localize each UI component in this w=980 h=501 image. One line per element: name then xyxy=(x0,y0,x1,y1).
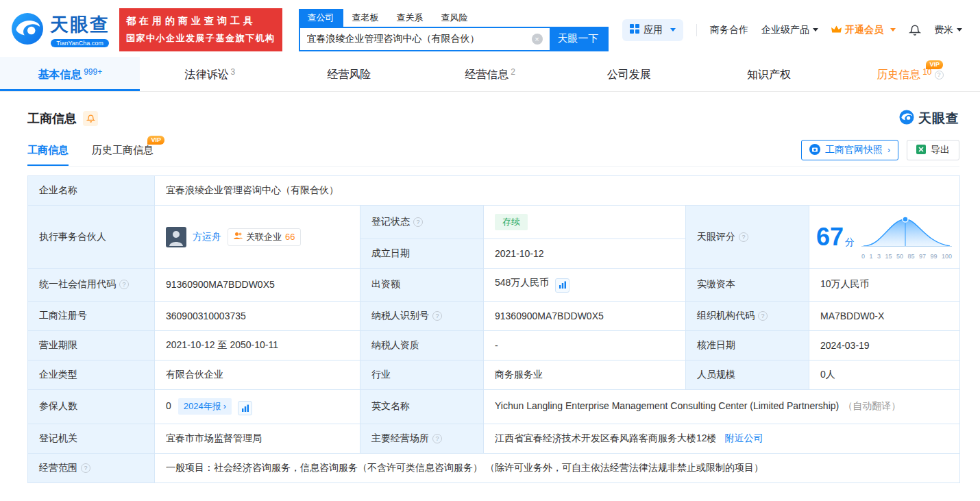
field-value-establish-date: 2021-10-12 xyxy=(484,239,686,269)
help-icon[interactable]: ? xyxy=(432,434,442,443)
help-icon[interactable]: ? xyxy=(935,71,944,80)
related-companies-label: 关联企业 xyxy=(246,231,282,243)
search-tab-company[interactable]: 查公司 xyxy=(299,9,343,27)
partner-name-link[interactable]: 方运舟 xyxy=(193,231,221,243)
help-icon[interactable]: ? xyxy=(413,217,423,227)
business-cooperation-link[interactable]: 商务合作 xyxy=(710,24,748,36)
address-text: 江西省宜春经济技术开发区春风路客商服务大楼12楼 xyxy=(495,432,717,443)
apps-grid-icon xyxy=(630,24,639,36)
help-icon[interactable]: ? xyxy=(119,280,129,289)
field-label-reg-authority: 登记机关 xyxy=(28,424,155,454)
field-label-text: 纳税人识别号 xyxy=(371,310,429,321)
search-tab-risk[interactable]: 查风险 xyxy=(432,9,477,27)
field-label-text: 统一社会信用代码 xyxy=(39,278,116,289)
enterprise-products-dropdown[interactable]: 企业级产品 xyxy=(761,24,818,36)
field-value-english-name: Yichun Langling Enterprise Management Co… xyxy=(484,389,960,424)
partner-avatar[interactable] xyxy=(166,227,186,247)
apps-menu-button[interactable]: 应用 xyxy=(622,19,683,41)
annual-report-badge[interactable]: 2024年报› xyxy=(178,398,232,415)
field-value-taxpayer-id: 91360900MA7BDDW0X5 xyxy=(484,301,686,330)
nav-tab-history-info[interactable]: VIP 历史信息10? xyxy=(840,57,980,91)
watermark-brand-text: 天眼查 xyxy=(918,110,959,127)
chevron-down-icon xyxy=(890,28,896,32)
field-label-insured-count: 参保人数 xyxy=(28,389,155,424)
tick-label: 99 xyxy=(930,253,937,260)
annual-report-label: 2024年报 xyxy=(184,400,221,413)
field-value-company-name: 宜春浪绫企业管理咨询中心（有限合伙） xyxy=(155,176,960,206)
auto-translate-note: （自动翻译） xyxy=(843,400,901,411)
field-value-reg-authority: 宜春市市场监督管理局 xyxy=(155,424,360,454)
nav-tab-badge: 3 xyxy=(231,67,236,77)
table-row: 工商注册号 360900310003735 纳税人识别号? 91360900MA… xyxy=(28,301,960,330)
field-value-score[interactable]: 67分 xyxy=(809,206,960,269)
nav-tab-badge: 999+ xyxy=(84,67,102,77)
field-label-reg-status: 登记状态? xyxy=(360,206,484,239)
snapshot-icon xyxy=(809,144,820,157)
field-value-insured-count: 02024年报› xyxy=(155,389,360,424)
search-input[interactable] xyxy=(300,34,532,45)
field-value-capital: 548万人民币 xyxy=(484,269,686,302)
field-value-partner: 方运舟 关联企业 66 xyxy=(155,206,360,269)
table-row: 企业名称 宜春浪绫企业管理咨询中心（有限合伙） xyxy=(28,176,960,206)
chevron-right-icon: › xyxy=(223,401,226,411)
subtab-history-business-info[interactable]: VIP 历史工商信息 xyxy=(92,144,154,166)
export-button[interactable]: 导出 xyxy=(907,140,959,160)
help-icon[interactable]: ? xyxy=(758,311,768,321)
slogan-banner: 都在用的商业查询工具 国家中小企业发展子基金旗下机构 xyxy=(119,8,282,51)
nearby-companies-link[interactable]: 附近公司 xyxy=(725,432,763,443)
table-row: 登记机关 宜春市市场监督管理局 主要经营场所? 江西省宜春经济技术开发区春风路客… xyxy=(28,424,960,454)
help-icon[interactable]: ? xyxy=(81,463,90,473)
user-name: 费米 xyxy=(934,24,953,36)
field-label-reg-number: 工商注册号 xyxy=(28,301,155,330)
field-value-reg-status: 存续 xyxy=(484,206,686,239)
tick-label: 100 xyxy=(942,253,952,260)
nav-tab-legal-proceedings[interactable]: 法律诉讼3 xyxy=(140,57,280,91)
table-row: 经营范围? 一般项目：社会经济咨询服务，信息咨询服务（不含许可类信息咨询服务） … xyxy=(28,454,960,483)
tick-label: 0 xyxy=(861,253,865,260)
nav-tab-label: 历史信息 xyxy=(877,69,920,80)
help-icon[interactable]: ? xyxy=(739,232,748,242)
field-label-company-name: 企业名称 xyxy=(28,176,155,206)
nav-tab-company-development[interactable]: 公司发展 xyxy=(560,57,700,91)
subscribe-bell-icon[interactable] xyxy=(83,111,98,126)
capital-detail-icon[interactable] xyxy=(555,278,569,293)
vip-upgrade-button[interactable]: 开通会员 xyxy=(831,24,896,36)
tick-label: 15 xyxy=(885,253,892,260)
clear-search-icon[interactable]: × xyxy=(532,34,543,45)
business-info-table: 企业名称 宜春浪绫企业管理咨询中心（有限合伙） 执行事务合伙人 方运舟 关联企业 xyxy=(27,175,960,483)
section-head: 工商信息 天眼查 xyxy=(27,110,959,127)
snapshot-button-label: 工商官网快照 xyxy=(825,144,883,156)
tick-label: 97 xyxy=(919,253,926,260)
subtab-label: 历史工商信息 xyxy=(92,144,154,156)
field-label-text: 经营范围 xyxy=(39,462,77,473)
field-label-company-type: 企业类型 xyxy=(28,360,155,389)
logo-domain-text: TianYanCha.com xyxy=(51,39,109,47)
search-tab-relation[interactable]: 查关系 xyxy=(388,9,432,27)
user-menu[interactable]: 费米 xyxy=(934,24,962,36)
related-companies-button[interactable]: 关联企业 66 xyxy=(228,228,301,246)
table-row: 执行事务合伙人 方运舟 关联企业 66 登 xyxy=(28,206,960,239)
score-unit: 分 xyxy=(845,236,855,247)
search-button[interactable]: 天眼一下 xyxy=(550,28,607,50)
search-tabs: 查公司 查老板 查关系 查风险 xyxy=(299,9,609,27)
nav-tab-business-info[interactable]: 经营信息2 xyxy=(420,57,560,91)
field-value-address: 江西省宜春经济技术开发区春风路客商服务大楼12楼附近公司 xyxy=(484,424,960,454)
table-row: 营业期限 2021-10-12 至 2050-10-11 纳税人资质 - 核准日… xyxy=(28,330,960,360)
notification-bell-icon[interactable] xyxy=(909,23,921,37)
field-label-taxpayer-id: 纳税人识别号? xyxy=(360,301,484,330)
nav-tab-basic-info[interactable]: 基本信息999+ xyxy=(0,57,140,91)
help-icon[interactable]: ? xyxy=(432,311,442,321)
field-label-partner: 执行事务合伙人 xyxy=(28,206,155,269)
field-label-paid-capital: 实缴资本 xyxy=(686,269,809,302)
excel-icon xyxy=(916,145,926,156)
logo-brand-text: 天眼查 xyxy=(50,12,110,37)
subtab-row: 工商信息 VIP 历史工商信息 工商官网快照 › 导出 xyxy=(27,140,959,167)
official-snapshot-button[interactable]: 工商官网快照 › xyxy=(801,140,898,160)
field-value-approval-date: 2024-03-19 xyxy=(809,330,960,360)
tianyancha-logo[interactable]: 天眼查 TianYanCha.com xyxy=(11,12,110,48)
nav-tab-operational-risk[interactable]: 经营风险 xyxy=(280,57,420,91)
subtab-business-info[interactable]: 工商信息 xyxy=(27,144,69,166)
search-tab-boss[interactable]: 查老板 xyxy=(343,9,388,27)
nav-tab-intellectual-property[interactable]: 知识产权 xyxy=(700,57,840,91)
insured-detail-icon[interactable] xyxy=(238,401,252,415)
